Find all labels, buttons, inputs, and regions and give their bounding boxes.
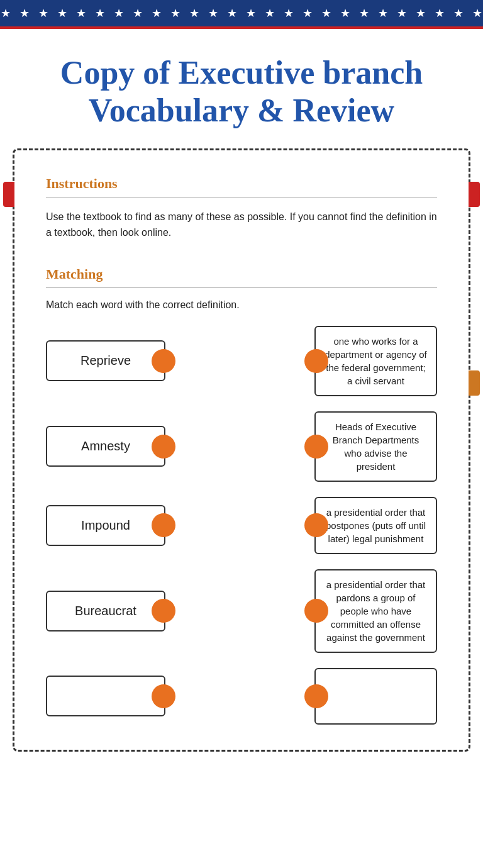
match-row-1: Reprieve one who works for a department …: [46, 326, 437, 396]
def-amnesty: a presidential order that pardons a grou…: [325, 578, 427, 644]
connector-circle-def-5[interactable]: [304, 684, 328, 708]
page-title: Copy of Executive branch Vocabulary & Re…: [0, 29, 483, 148]
connector-circle-reprieve[interactable]: [152, 349, 175, 373]
star-icon: ★: [19, 6, 30, 20]
star-icon: ★: [76, 6, 86, 20]
match-row-3: Impound a presidential order that postpo…: [46, 497, 437, 554]
star-icon: ★: [57, 6, 67, 20]
star-icon: ★: [170, 6, 180, 20]
star-icon: ★: [435, 6, 445, 20]
star-icon: ★: [246, 6, 256, 20]
connector-circle-def-4[interactable]: [304, 599, 328, 623]
connector-circle-partial[interactable]: [152, 684, 175, 708]
word-box-reprieve[interactable]: Reprieve: [46, 340, 165, 381]
matching-divider: [46, 287, 437, 288]
star-icon: ★: [152, 6, 162, 20]
word-box-partial[interactable]: [46, 676, 165, 716]
star-icon: ★: [133, 6, 143, 20]
word-box-impound[interactable]: Impound: [46, 505, 165, 546]
star-icon: ★: [472, 6, 482, 20]
word-impound: Impound: [81, 518, 130, 533]
matching-container: Reprieve one who works for a department …: [46, 326, 437, 725]
match-instruction: Match each word with the correct definit…: [46, 299, 437, 311]
star-icon: ★: [453, 6, 464, 20]
instructions-text: Use the textbook to find as many of thes…: [46, 209, 437, 241]
star-icon: ★: [95, 6, 105, 20]
connector-circle-bureaucrat[interactable]: [152, 599, 175, 623]
word-reprieve: Reprieve: [80, 353, 131, 368]
star-icon: ★: [38, 6, 48, 20]
matching-section: Matching Match each word with the correc…: [46, 266, 437, 725]
star-icon: ★: [189, 6, 199, 20]
word-box-amnesty[interactable]: Amnesty: [46, 426, 165, 467]
instructions-section: Instructions Use the textbook to find as…: [46, 175, 437, 241]
star-icon: ★: [208, 6, 218, 20]
word-bureaucrat: Bureaucrat: [75, 604, 136, 618]
connector-circle-def-2[interactable]: [304, 435, 328, 459]
instructions-heading: Instructions: [46, 175, 437, 192]
star-icon: ★: [378, 6, 388, 20]
def-box-postpone[interactable]: a presidential order that postpones (put…: [314, 497, 437, 554]
def-box-civil-servant[interactable]: one who works for a department or agency…: [314, 326, 437, 396]
star-icon: ★: [1, 6, 11, 20]
tab-right: [469, 182, 480, 207]
match-row-2: Amnesty Heads of Executive Branch Depart…: [46, 411, 437, 482]
star-icon: ★: [303, 6, 313, 20]
content-area: Instructions Use the textbook to find as…: [13, 148, 470, 752]
match-row-5-partial: [46, 668, 437, 725]
star-icon: ★: [265, 6, 275, 20]
stars-banner: ★ ★ ★ ★ ★ ★ ★ ★ ★ ★ ★ ★ ★ ★ ★ ★ ★ ★ ★ ★ …: [0, 0, 483, 26]
connector-circle-amnesty[interactable]: [152, 435, 175, 459]
word-box-bureaucrat[interactable]: Bureaucrat: [46, 591, 165, 632]
def-box-amnesty[interactable]: a presidential order that pardons a grou…: [314, 569, 437, 653]
connector-circle-impound[interactable]: [152, 513, 175, 537]
def-cabinet: Heads of Executive Branch Departments wh…: [325, 420, 427, 473]
instructions-divider: [46, 197, 437, 198]
matching-heading: Matching: [46, 266, 437, 282]
def-box-cabinet[interactable]: Heads of Executive Branch Departments wh…: [314, 411, 437, 482]
star-icon: ★: [397, 6, 407, 20]
star-icon: ★: [114, 6, 124, 20]
star-icon: ★: [321, 6, 331, 20]
star-icon: ★: [227, 6, 237, 20]
tab-left: [3, 182, 14, 207]
star-icon: ★: [416, 6, 426, 20]
def-civil-servant: one who works for a department or agency…: [325, 335, 427, 387]
word-amnesty: Amnesty: [81, 439, 130, 453]
connector-circle-def-1[interactable]: [304, 349, 328, 373]
tab-right-lower: [469, 370, 480, 396]
star-icon: ★: [284, 6, 294, 20]
def-postpone: a presidential order that postpones (put…: [325, 506, 427, 545]
star-icon: ★: [359, 6, 369, 20]
connector-circle-def-3[interactable]: [304, 513, 328, 537]
match-row-4: Bureaucrat a presidential order that par…: [46, 569, 437, 653]
star-icon: ★: [340, 6, 350, 20]
def-box-partial[interactable]: [314, 668, 437, 725]
